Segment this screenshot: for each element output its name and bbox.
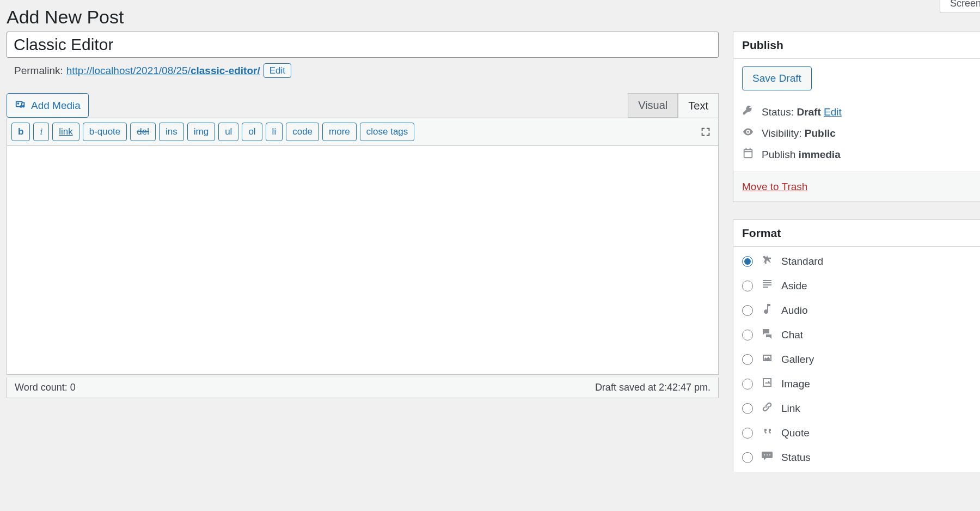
quote-icon [761, 425, 774, 441]
qt-del[interactable]: del [130, 123, 156, 141]
qt-italic[interactable]: i [33, 123, 49, 141]
publish-actions: Save Draft [733, 59, 980, 98]
format-label: Link [781, 403, 800, 415]
format-item-image[interactable]: Image [733, 372, 980, 396]
add-media-button[interactable]: Add Media [7, 93, 89, 118]
tab-text[interactable]: Text [678, 93, 719, 118]
post-title-input[interactable] [7, 32, 719, 58]
chat-icon [761, 327, 774, 343]
format-item-quote[interactable]: Quote [733, 421, 980, 445]
word-count: Word count: 0 [15, 382, 76, 393]
link-icon [761, 400, 774, 416]
media-toolbar-row: Add Media Visual Text [7, 93, 719, 118]
publish-box-title: Publish [733, 32, 980, 59]
autosave-status: Draft saved at 2:42:47 pm. [595, 382, 710, 393]
qt-ol[interactable]: ol [242, 123, 262, 141]
format-box: Format StandardAsideAudioChatGalleryImag… [733, 220, 980, 472]
format-label: Audio [781, 305, 808, 317]
publish-status-row: Status: Draft Edit [733, 98, 980, 119]
format-radio-aside[interactable] [742, 281, 753, 291]
editor-toolbar: b i link b-quote del ins img ul ol li co… [7, 118, 718, 145]
qt-close-tags[interactable]: close tags [360, 123, 415, 141]
format-label: Chat [781, 329, 803, 341]
gallery-icon [761, 351, 774, 367]
qt-img[interactable]: img [187, 123, 215, 141]
add-media-label: Add Media [31, 100, 81, 112]
format-item-audio[interactable]: Audio [733, 298, 980, 323]
format-item-aside[interactable]: Aside [733, 273, 980, 298]
camera-music-icon [15, 98, 27, 113]
editor-toolbar-wrap: b i link b-quote del ins img ul ol li co… [7, 118, 719, 146]
audio-icon [761, 302, 774, 318]
right-sidebar: Publish Save Draft Status: Draft Edit Vi… [733, 32, 980, 489]
publish-box: Publish Save Draft Status: Draft Edit Vi… [733, 32, 980, 202]
quicktag-buttons: b i link b-quote del ins img ul ol li co… [11, 123, 414, 141]
format-item-link[interactable]: Link [733, 396, 980, 421]
format-label: Gallery [781, 354, 814, 366]
format-radio-quote[interactable] [742, 428, 753, 439]
calendar-icon [742, 147, 754, 162]
format-radio-standard[interactable] [742, 256, 753, 267]
screen-options-label: Screen O [950, 0, 980, 9]
format-item-standard[interactable]: Standard [733, 249, 980, 273]
permalink-row: Permalink: http://localhost/2021/08/25/c… [7, 58, 719, 78]
format-list: StandardAsideAudioChatGalleryImageLinkQu… [733, 247, 980, 472]
permalink-label: Permalink: [14, 65, 63, 77]
format-label: Standard [781, 256, 823, 267]
image-icon [761, 376, 774, 392]
aside-icon [761, 278, 774, 294]
key-icon [742, 105, 754, 119]
publish-visibility-row: Visibility: Public [733, 119, 980, 141]
qt-ul[interactable]: ul [218, 123, 238, 141]
qt-ins[interactable]: ins [159, 123, 184, 141]
editor-main: Permalink: http://localhost/2021/08/25/c… [7, 32, 719, 398]
save-draft-button[interactable]: Save Draft [742, 66, 812, 90]
format-radio-gallery[interactable] [742, 354, 753, 365]
eye-icon [742, 126, 754, 141]
qt-code[interactable]: code [286, 123, 319, 141]
content-textarea[interactable] [7, 146, 719, 375]
qt-link[interactable]: link [52, 123, 79, 141]
format-label: Image [781, 378, 810, 390]
format-box-title: Format [733, 220, 980, 247]
editor-status-bar: Word count: 0 Draft saved at 2:42:47 pm. [7, 378, 719, 398]
format-label: Quote [781, 427, 810, 439]
permalink-link[interactable]: http://localhost/2021/08/25/classic-edit… [66, 65, 260, 77]
standard-icon [761, 253, 774, 269]
format-radio-status[interactable] [742, 452, 753, 463]
format-radio-audio[interactable] [742, 305, 753, 316]
move-to-trash-link[interactable]: Move to Trash [742, 181, 807, 192]
permalink-base: http://localhost/2021/08/25/ [66, 65, 191, 76]
format-radio-image[interactable] [742, 379, 753, 390]
format-radio-link[interactable] [742, 403, 753, 414]
page-title: Add New Post [0, 0, 980, 33]
format-item-gallery[interactable]: Gallery [733, 347, 980, 372]
format-item-chat[interactable]: Chat [733, 323, 980, 347]
format-item-status[interactable]: Status [733, 445, 980, 470]
editor-tabs: Visual Text [628, 93, 719, 118]
qt-li[interactable]: li [266, 123, 283, 141]
edit-permalink-button[interactable]: Edit [264, 63, 291, 78]
fullscreen-icon[interactable] [700, 126, 712, 138]
trash-row: Move to Trash [733, 172, 980, 202]
screen-options-tab[interactable]: Screen O [940, 0, 980, 13]
qt-bquote[interactable]: b-quote [83, 123, 127, 141]
status-icon [761, 449, 774, 465]
tab-visual[interactable]: Visual [628, 93, 678, 118]
format-label: Status [781, 452, 811, 464]
qt-more[interactable]: more [322, 123, 357, 141]
qt-bold[interactable]: b [11, 123, 30, 141]
edit-status-link[interactable]: Edit [824, 106, 842, 118]
publish-schedule-row: Publish immedia [733, 141, 980, 162]
format-radio-chat[interactable] [742, 330, 753, 340]
format-label: Aside [781, 280, 807, 292]
permalink-slug: classic-editor/ [191, 65, 260, 76]
